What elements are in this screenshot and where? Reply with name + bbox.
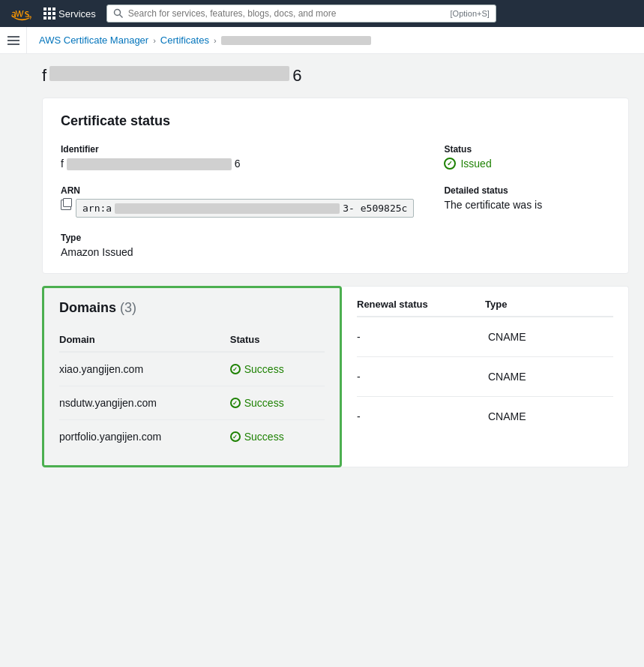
type-cell: CNAME (482, 397, 613, 436)
arn-container: arn:a 3- e509825c (61, 199, 414, 218)
arn-suffix: 3- (343, 203, 355, 214)
page-title: f 6 (42, 66, 301, 86)
renewal-cell: - (357, 317, 482, 356)
services-label: Services (58, 8, 96, 20)
table-row: nsdutw.yangijen.com ✓ Success (59, 386, 325, 420)
success-badge: ✓ Success (230, 397, 319, 409)
page-title-redacted (49, 66, 289, 81)
identifier-label: Identifier (61, 144, 414, 155)
domain-cell: portfolio.yangijen.com (59, 420, 230, 454)
detailed-status-value: The certificate was is (444, 199, 610, 211)
copy-arn-button[interactable] (61, 200, 71, 210)
success-icon: ✓ (230, 364, 241, 374)
identifier-redacted (67, 158, 232, 170)
right-rows: - CNAME - CNAME - CNAME (357, 317, 613, 436)
breadcrumb: AWS Certificate Manager › Certificates › (27, 27, 644, 54)
status-label: Status (444, 144, 610, 155)
identifier-field: Identifier f 6 (61, 144, 414, 170)
right-row: - CNAME (357, 317, 613, 357)
type-cell: CNAME (482, 357, 613, 396)
type-field: Type Amazon Issued (61, 233, 414, 258)
status-cell: ✓ Success (230, 352, 325, 386)
status-cell: ✓ Success (230, 386, 325, 420)
success-icon: ✓ (230, 398, 241, 408)
domains-count: (3) (120, 300, 136, 315)
status-badge: Issued (444, 158, 610, 170)
search-bar[interactable]: [Option+S] (106, 5, 496, 23)
top-navigation: Services [Option+S] (0, 0, 644, 27)
breadcrumb-certs-link[interactable]: Certificates (160, 35, 209, 46)
domains-left-pane: Domains (3) Domain Status xiao.yangijen.… (42, 286, 342, 467)
right-row: - CNAME (357, 357, 613, 397)
domain-cell: nsdutw.yangijen.com (59, 386, 230, 420)
breadcrumb-sep-1: › (153, 36, 156, 45)
identifier-value: f 6 (61, 158, 414, 170)
arn-value-box: arn:a 3- e509825c (76, 199, 414, 218)
success-icon: ✓ (230, 431, 241, 442)
table-row: portfolio.yangijen.com ✓ Success (59, 420, 325, 454)
domains-table: Domain Status xiao.yangijen.com ✓ Succes… (59, 328, 325, 453)
status-grid: Identifier f 6 Status Issued ARN (61, 144, 610, 258)
domains-right-pane: Renewal status Type - CNAME - CNAME - CN… (342, 286, 629, 467)
svg-point-0 (114, 10, 120, 16)
hamburger-icon (7, 36, 19, 45)
type-value: Amazon Issued (61, 246, 414, 258)
aws-logo[interactable] (9, 6, 33, 21)
right-row: - CNAME (357, 397, 613, 436)
search-icon (113, 8, 124, 19)
detailed-status-field: Detailed status The certificate was is (444, 185, 610, 218)
arn-redacted (115, 203, 340, 214)
status-cell: ✓ Success (230, 420, 325, 454)
search-input[interactable] (128, 8, 446, 19)
domains-section: Domains (3) Domain Status xiao.yangijen.… (42, 286, 629, 467)
renewal-cell: - (357, 357, 482, 396)
table-row: xiao.yangijen.com ✓ Success (59, 352, 325, 386)
services-button[interactable]: Services (40, 8, 99, 20)
page-content: f 6 Certificate status Identifier f 6 St… (27, 54, 644, 479)
svg-line-1 (119, 15, 122, 18)
search-shortcut: [Option+S] (451, 9, 490, 18)
status-icon (444, 158, 456, 170)
arn-suffix2: e509825c (361, 203, 408, 214)
arn-field: ARN arn:a 3- e509825c (61, 185, 414, 218)
type-cell: CNAME (482, 317, 613, 356)
page-title-bar: f 6 (42, 66, 629, 86)
success-badge: ✓ Success (230, 431, 319, 443)
breadcrumb-sep-2: › (214, 36, 217, 45)
domains-label: Domains (59, 300, 116, 315)
arn-label: ARN (61, 185, 414, 196)
col-type-header: Type (485, 299, 613, 310)
sidebar-toggle[interactable] (0, 27, 27, 54)
identifier-suffix: 6 (235, 158, 241, 170)
col-domain: Domain (59, 328, 230, 352)
success-badge: ✓ Success (230, 363, 319, 375)
status-field: Status Issued (444, 144, 610, 170)
certificate-status-card: Certificate status Identifier f 6 Status… (42, 98, 629, 274)
renewal-cell: - (357, 397, 482, 436)
breadcrumb-current-redacted (221, 36, 371, 45)
domain-cell: xiao.yangijen.com (59, 352, 230, 386)
identifier-prefix: f (61, 158, 64, 170)
col-status: Status (230, 328, 325, 352)
detailed-status-label: Detailed status (444, 185, 610, 196)
grid-icon (43, 8, 55, 20)
certificate-status-title: Certificate status (61, 113, 610, 129)
status-value: Issued (460, 158, 491, 170)
domains-title: Domains (3) (59, 300, 325, 316)
col-renewal-header: Renewal status (357, 299, 485, 310)
arn-prefix: arn:a (82, 203, 112, 214)
breadcrumb-acm-link[interactable]: AWS Certificate Manager (39, 35, 148, 46)
type-label: Type (61, 233, 414, 243)
page-title-prefix: f (42, 66, 46, 86)
page-title-suffix: 6 (292, 66, 301, 86)
right-header-row: Renewal status Type (357, 299, 613, 317)
